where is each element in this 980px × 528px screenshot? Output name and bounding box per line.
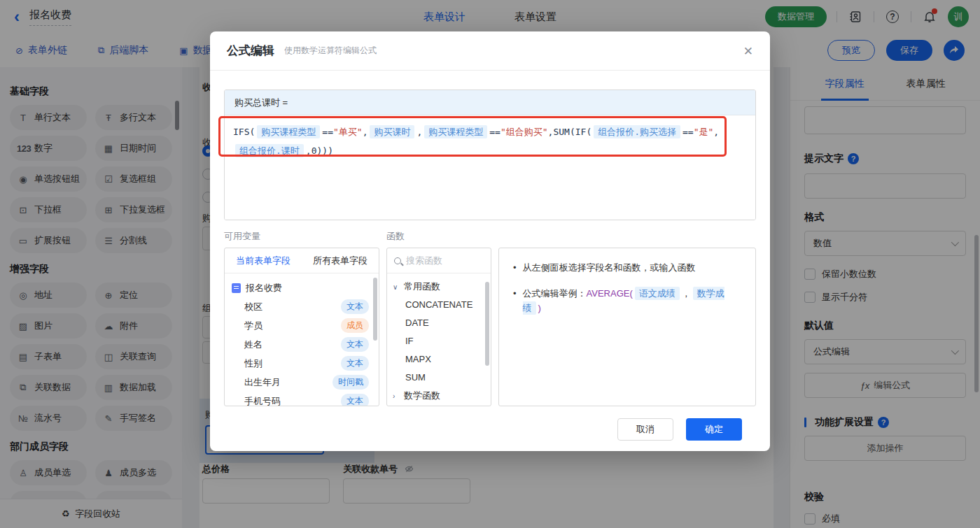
variable-type-badge: 成员 [341,318,369,333]
function-item[interactable]: IF [387,332,491,350]
formula-code-token: , [713,127,719,137]
functions-panel: ∨常用函数CONCATENATEDATEIFMAPXSUM›数学函数›文本函数 [386,248,491,406]
variable-name: 性别 [244,357,262,370]
formula-field-token: 购买课程类型 [424,125,487,138]
variable-name: 姓名 [244,338,262,351]
variable-row[interactable]: 学员成员 [225,316,379,335]
variables-label: 可用变量 [224,230,386,243]
variable-type-badge: 文本 [341,356,369,371]
close-icon[interactable]: ✕ [743,44,753,59]
variable-name: 手机号码 [244,395,281,407]
tab-current-form-fields[interactable]: 当前表单字段 [225,255,302,267]
example-field-token: 语文成绩 [635,287,680,300]
tip-text: 公式编辑举例：AVERAGE(语文成绩，数学成绩) [523,287,741,316]
variable-type-badge: 文本 [341,394,369,406]
variables-panel: 当前表单字段 所有表单字段 报名收费 校区文本学员成员姓名文本性别文本出生年月时… [224,248,379,406]
variable-name: 校区 [244,301,262,313]
function-group-label: 常用函数 [404,280,440,293]
chevron-down-icon: ∨ [393,283,400,291]
function-item[interactable]: SUM [387,369,491,387]
tip-item: •公式编辑举例：AVERAGE(语文成绩，数学成绩) [513,287,741,316]
bullet-icon: • [513,287,517,316]
tips-panel: •从左侧面板选择字段名和函数，或输入函数•公式编辑举例：AVERAGE(语文成绩… [498,248,756,406]
formula-box: 购买总课时 = IFS(购买课程类型==​"单买",购买课时,购买课程类型=="… [224,90,756,220]
variable-name: 学员 [244,320,262,332]
variable-row[interactable]: 出生年月时间戳 [225,373,379,392]
function-item[interactable]: DATE [387,314,491,332]
document-icon [232,283,241,293]
tip-text: 从左侧面板选择字段名和函数，或输入函数 [523,261,696,276]
variable-row[interactable]: 性别文本 [225,354,379,373]
bullet-icon: • [513,261,517,276]
formula-line: IFS(购买课程类型==​"单买",购买课时,购买课程类型=="组合购买",SU… [233,122,747,141]
modal-subtitle: 使用数学运算符编辑公式 [284,45,377,57]
formula-string-token: "是" [694,127,714,137]
variables-scrollbar[interactable] [373,278,377,341]
variable-row[interactable]: 手机号码文本 [225,392,379,406]
tip-text-part: ) [538,303,541,313]
function-item[interactable]: MAPX [387,350,491,369]
function-group[interactable]: ›文本函数 [387,405,491,406]
formula-field-token: 组合报价.购买选择 [594,125,680,138]
variable-type-badge: 文本 [341,299,369,314]
formula-code-token: IFS( [233,127,255,137]
chevron-right-icon: › [393,392,400,400]
variable-row[interactable]: 校区文本 [225,297,379,316]
variable-type-badge: 时间戳 [332,375,369,390]
formula-result-field: 购买总课时 = [225,90,755,115]
modal-title: 公式编辑 [227,43,274,59]
formula-editor-input[interactable]: IFS(购买课程类型==​"单买",购买课时,购买课程类型=="组合购买",SU… [225,115,755,220]
formula-code-token: , [416,127,422,137]
tip-text-part: ， [682,288,691,299]
variable-type-badge: 文本 [341,337,369,352]
formula-code-token: ,SUM(IF( [548,127,592,137]
formula-code-token: ,0))) [306,145,333,156]
formula-code-token: ==​ [322,127,333,137]
function-group-label: 数学函数 [404,390,440,402]
tip-text-part: 公式编辑举例： [523,288,587,299]
tip-text-part: AVERAGE( [587,288,633,299]
formula-code-token: , [363,127,368,137]
cancel-button[interactable]: 取消 [617,418,673,441]
search-icon [394,257,401,264]
formula-code-token: == [682,127,694,137]
variable-name: 出生年月 [244,376,281,389]
formula-editor-modal: 公式编辑 使用数学运算符编辑公式 ✕ 购买总课时 = IFS(购买课程类型==​… [210,31,770,451]
formula-string-token: "组合购买" [500,127,548,137]
function-group[interactable]: ∨常用函数 [387,278,491,296]
formula-string-token: "单买" [333,127,363,137]
function-group[interactable]: ›数学函数 [387,387,491,405]
variables-form-root[interactable]: 报名收费 [225,278,379,297]
functions-label: 函数 [386,230,405,243]
formula-code-token: == [489,127,500,137]
formula-field-token: 购买课程类型 [257,125,320,138]
function-search[interactable] [387,248,491,273]
variable-row[interactable]: 姓名文本 [225,335,379,354]
tip-item: •从左侧面板选择字段名和函数，或输入函数 [513,261,741,276]
formula-field-token: 购买课时 [370,125,414,138]
functions-scrollbar[interactable] [485,282,489,366]
tab-all-form-fields[interactable]: 所有表单字段 [302,255,379,267]
function-search-input[interactable] [406,255,476,266]
formula-line: 组合报价.课时,0))) [233,141,747,160]
confirm-button[interactable]: 确定 [686,418,742,441]
formula-field-token: 组合报价.课时 [235,144,304,157]
function-item[interactable]: CONCATENATE [387,296,491,314]
